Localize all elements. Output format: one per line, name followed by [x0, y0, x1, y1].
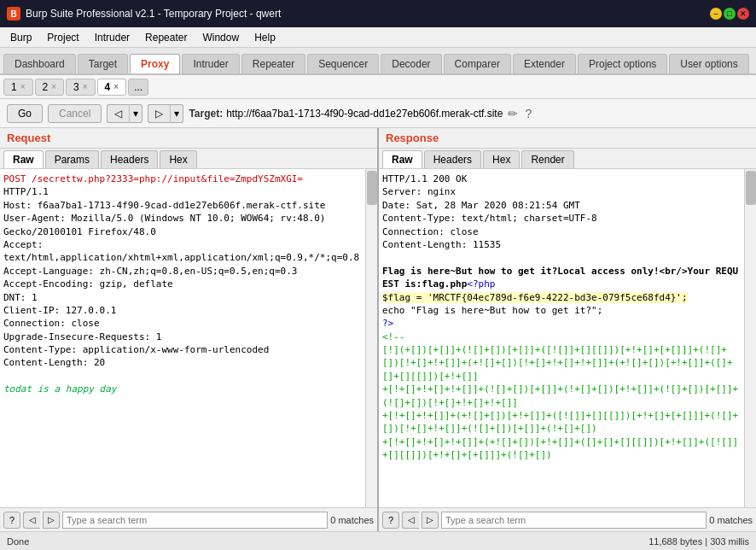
back-nav: ◁ ▾	[107, 104, 142, 123]
tab-extender[interactable]: Extender	[513, 54, 576, 73]
request-matches-label: 0 matches	[330, 515, 374, 525]
tab-repeater[interactable]: Repeater	[241, 54, 305, 73]
request-panel-header: Request	[0, 128, 377, 149]
response-content-area: HTTP/1.1 200 OK Server: nginx Date: Sat,…	[379, 169, 756, 507]
request-tab-headers[interactable]: Headers	[101, 150, 158, 168]
tab-decoder[interactable]: Decoder	[381, 54, 441, 73]
close-tab-1[interactable]: ×	[20, 82, 26, 91]
tab-intruder[interactable]: Intruder	[182, 54, 239, 73]
response-search-prev[interactable]: ◁	[402, 512, 419, 529]
request-scroll-thumb	[367, 171, 377, 205]
main-content: Request Raw Params Headers Hex POST /sec…	[0, 128, 756, 531]
back-button[interactable]: ◁	[107, 104, 129, 123]
num-tab-2[interactable]: 2 ×	[35, 79, 65, 96]
tab-comparer[interactable]: Comparer	[444, 54, 511, 73]
response-tab-hex[interactable]: Hex	[483, 150, 520, 168]
response-search-input[interactable]	[441, 512, 707, 529]
main-tabbar: Dashboard Target Proxy Intruder Repeater…	[0, 48, 756, 75]
response-matches-label: 0 matches	[709, 515, 753, 525]
target-url: http://f6aa7ba1-1713-4f90-9cad-dd1e27eb6…	[226, 108, 503, 120]
status-right: 11,688 bytes | 303 millis	[648, 536, 749, 547]
window-title: Burp Suite Professional v2.1 - Temporary…	[26, 8, 705, 20]
request-search-bar: ? ◁ ▷ 0 matches	[0, 507, 377, 531]
minimize-button[interactable]: –	[710, 8, 722, 20]
tab-user-options[interactable]: User options	[669, 54, 748, 73]
response-tab-headers[interactable]: Headers	[424, 150, 481, 168]
response-panel-header: Response	[379, 128, 756, 149]
menu-intruder[interactable]: Intruder	[88, 30, 137, 45]
app-icon: B	[7, 7, 20, 20]
response-scroll-thumb	[746, 171, 756, 205]
request-content-area: POST /secrettw.php?2333=php://input&file…	[0, 169, 377, 507]
num-tab-4[interactable]: 4 ×	[97, 79, 127, 96]
maximize-button[interactable]: □	[724, 8, 736, 20]
statusbar: Done 11,688 bytes | 303 millis	[0, 531, 756, 550]
toolbar: Go Cancel ◁ ▾ ▷ ▾ Target: http://f6aa7ba…	[0, 99, 756, 128]
request-panel: Request Raw Params Headers Hex POST /sec…	[0, 128, 379, 531]
menu-help[interactable]: Help	[247, 30, 282, 45]
menu-project[interactable]: Project	[40, 30, 85, 45]
menubar: Burp Project Intruder Repeater Window He…	[0, 27, 756, 48]
request-tab-hex[interactable]: Hex	[160, 150, 196, 168]
titlebar: B Burp Suite Professional v2.1 - Tempora…	[0, 0, 756, 27]
request-scrollbar[interactable]	[365, 169, 377, 507]
tab-sequencer[interactable]: Sequencer	[307, 54, 379, 73]
response-title: Response	[386, 132, 439, 144]
response-search-bar: ? ◁ ▷ 0 matches	[379, 507, 756, 531]
go-button[interactable]: Go	[7, 104, 43, 123]
menu-burp[interactable]: Burp	[3, 30, 38, 45]
request-search-input[interactable]	[62, 512, 328, 529]
number-tabs: 1 × 2 × 3 × 4 × ...	[0, 75, 756, 99]
forward-dropdown[interactable]: ▾	[170, 104, 183, 123]
request-search-next[interactable]: ▷	[43, 512, 60, 529]
target-area: Target: http://f6aa7ba1-1713-4f90-9cad-d…	[189, 105, 749, 122]
tab-project-options[interactable]: Project options	[578, 54, 667, 73]
close-tab-4[interactable]: ×	[113, 82, 119, 91]
request-text: POST /secrettw.php?2333=php://input&file…	[3, 173, 362, 396]
response-content: HTTP/1.1 200 OK Server: nginx Date: Sat,…	[379, 169, 744, 507]
edit-icon[interactable]: ✏	[506, 105, 520, 122]
response-tab-render[interactable]: Render	[521, 150, 573, 168]
help-icon[interactable]: ?	[523, 105, 533, 122]
tab-proxy[interactable]: Proxy	[130, 54, 180, 73]
back-dropdown[interactable]: ▾	[129, 104, 142, 123]
tab-target[interactable]: Target	[78, 54, 128, 73]
tab-dashboard[interactable]: Dashboard	[3, 54, 76, 73]
status-left: Done	[7, 536, 29, 547]
request-content: POST /secrettw.php?2333=php://input&file…	[0, 169, 365, 507]
request-tab-params[interactable]: Params	[45, 150, 99, 168]
response-tabs: Raw Headers Hex Render	[379, 149, 756, 169]
more-tabs-button[interactable]: ...	[128, 79, 148, 96]
response-text: HTTP/1.1 200 OK Server: nginx Date: Sat,…	[382, 173, 741, 462]
request-search-help-icon[interactable]: ?	[3, 512, 20, 529]
request-title: Request	[7, 132, 50, 144]
request-tabs: Raw Params Headers Hex	[0, 149, 377, 169]
close-tab-3[interactable]: ×	[83, 82, 88, 91]
num-tab-1[interactable]: 1 ×	[3, 79, 33, 96]
response-tab-raw[interactable]: Raw	[382, 150, 422, 168]
request-search-prev[interactable]: ◁	[23, 512, 40, 529]
close-tab-2[interactable]: ×	[51, 82, 56, 91]
forward-nav: ▷ ▾	[148, 104, 183, 123]
response-search-help-icon[interactable]: ?	[382, 512, 399, 529]
cancel-button[interactable]: Cancel	[48, 104, 102, 123]
forward-button[interactable]: ▷	[148, 104, 170, 123]
menu-window[interactable]: Window	[195, 30, 246, 45]
response-scrollbar[interactable]	[744, 169, 756, 507]
request-tab-raw[interactable]: Raw	[3, 150, 44, 168]
menu-repeater[interactable]: Repeater	[138, 30, 194, 45]
close-button[interactable]: ✕	[737, 8, 749, 20]
window-controls: – □ ✕	[710, 8, 749, 20]
response-panel: Response Raw Headers Hex Render HTTP/1.1…	[379, 128, 756, 531]
target-label: Target:	[189, 108, 223, 120]
num-tab-3[interactable]: 3 ×	[66, 79, 96, 96]
response-search-next[interactable]: ▷	[422, 512, 439, 529]
